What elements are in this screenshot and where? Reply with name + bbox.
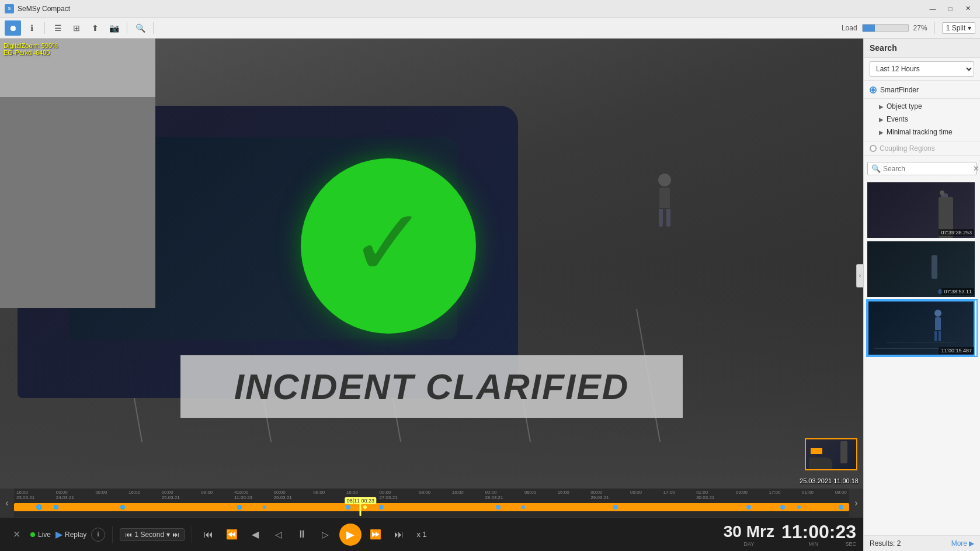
coupling-radio-dot [870, 145, 877, 152]
toolbar-separator4 [934, 22, 935, 34]
arrow-icon2: ▶ [879, 116, 884, 123]
toolbar-export-button[interactable]: ⬆ [87, 20, 103, 36]
zoom-info: DigitalZoom: 590% EG-Parkd -6400 [4, 42, 58, 56]
results-footer: Results: 2 More ▶ [864, 535, 980, 551]
step-backward2-button[interactable]: ◁ [269, 525, 288, 544]
tree-item-events[interactable]: ▶ Events [875, 113, 974, 126]
step-forward-button[interactable]: ▷ [316, 525, 335, 544]
video-area: ✓ INCIDENT CLARIFIED DigitalZoom: 590% E… [0, 39, 863, 551]
incident-banner: INCIDENT CLARIFIED [180, 355, 683, 418]
min-label: MIN [808, 541, 818, 547]
close-button[interactable]: ✕ [960, 3, 975, 15]
results-list: 07:39:38.253 07:38:53.11 [864, 180, 980, 535]
load-percent: 27% [913, 24, 927, 32]
search-clear-icon[interactable]: ✕ [973, 164, 979, 173]
fast-forward-button[interactable]: ⏩ [366, 525, 385, 544]
toolbar-separator3 [153, 22, 154, 34]
timeline-prev-button[interactable]: ‹ [0, 488, 14, 518]
speed-first-icon: ⏮ [125, 531, 132, 539]
toolbar-info-button[interactable]: ℹ [23, 20, 40, 36]
incident-text: INCIDENT CLARIFIED [216, 366, 648, 407]
checkmark-overlay: ✓ [301, 158, 476, 334]
result-card-3[interactable]: 11:00:15.487 [866, 299, 978, 357]
titlebar: S SeMSy Compact — □ ✕ [0, 0, 980, 18]
video-frame[interactable]: ✓ INCIDENT CLARIFIED DigitalZoom: 590% E… [0, 39, 863, 488]
panel-title: Search [870, 43, 897, 53]
toolbar-separator [44, 22, 45, 34]
toolbar-list-button[interactable]: ☰ [50, 20, 66, 36]
toolbar-search-button[interactable]: 🔍 [132, 20, 148, 36]
result-card-2[interactable]: 07:38:53.11 [866, 240, 978, 298]
arrow-icon: ▶ [879, 103, 884, 110]
live-dot-icon [30, 532, 35, 537]
video-datetime: 25.03.2021 11:00:18 [800, 477, 859, 484]
play-button[interactable]: ▶ [339, 524, 362, 546]
tree-item-object-type[interactable]: ▶ Object type [875, 100, 974, 113]
app-title: SeMSy Compact [18, 5, 70, 13]
more-button[interactable]: More ▶ [951, 539, 974, 547]
coupling-row[interactable]: Coupling Regions [864, 141, 980, 156]
time-hms: 11:00:23 [781, 522, 856, 541]
fast-backward-button[interactable]: ⏪ [223, 525, 241, 544]
control-separator [112, 526, 113, 543]
maximize-button[interactable]: □ [943, 3, 958, 15]
timeline-next-button[interactable]: › [849, 488, 863, 518]
smartfinder-label: SmartFinder [880, 86, 919, 94]
toolbar-home-button[interactable]: ⏺ [5, 20, 21, 36]
result-card-1[interactable]: 07:39:38.253 [866, 181, 978, 239]
info-button[interactable]: ℹ [91, 528, 105, 542]
speed-chevron-icon: ▾ [166, 531, 170, 539]
live-label[interactable]: Live [38, 531, 51, 539]
control-separator2 [192, 526, 192, 543]
toolbar-camera-button[interactable]: 📷 [106, 20, 122, 36]
search-input[interactable] [883, 165, 971, 173]
right-panel: Search Last 12 Hours SmartFinder ▶ Objec… [863, 39, 980, 551]
time-range-section: Last 12 Hours [864, 58, 980, 81]
search-icon: 🔍 [871, 164, 881, 173]
object-type-label: Object type [887, 102, 922, 110]
panel-header: Search [864, 39, 980, 58]
result1-timestamp: 07:39:38.253 [939, 229, 974, 236]
live-indicator: Live [30, 531, 51, 539]
smartfinder-radio-dot [870, 86, 877, 93]
skip-to-end-button[interactable]: ⏭ [390, 525, 408, 544]
minimize-button[interactable]: — [925, 3, 940, 15]
timeline-scroll[interactable]: 16:0023.03.21 00:0024.03.21 08:00 16:00 … [14, 488, 849, 517]
load-label: Load [842, 24, 857, 32]
load-progress-bar [863, 25, 875, 32]
time-col-hms: 11:00:23 MIN SEC [781, 522, 856, 547]
speed-label: 1 Second [134, 531, 164, 539]
time-display: 30 Mrz DAY 11:00:23 MIN SEC [724, 522, 856, 547]
replay-button[interactable]: ▶ Replay [55, 529, 86, 540]
result3-timestamp: 11:00:15.487 [939, 347, 974, 354]
arrow-icon3: ▶ [879, 129, 884, 136]
time-range-select[interactable]: Last 12 Hours [870, 61, 974, 77]
toolbar: ⏺ ℹ ☰ ⊞ ⬆ 📷 🔍 Load 27% 1 Split ▾ [0, 18, 980, 39]
search-box: 🔍 ✕ ▲ ▼ [867, 162, 976, 175]
split-select[interactable]: 1 Split ▾ [942, 22, 975, 34]
main-area: ✓ INCIDENT CLARIFIED DigitalZoom: 590% E… [0, 39, 980, 551]
speed-selector[interactable]: ⏮ 1 Second ▾ ⏭ [120, 528, 185, 541]
split-label: 1 Split [946, 24, 965, 32]
pause-button[interactable]: ⏸ [293, 525, 311, 544]
coupling-label: Coupling Regions [880, 144, 935, 153]
toolbar-grid-button[interactable]: ⊞ [68, 20, 85, 36]
tree-item-minimal-tracking[interactable]: ▶ Minimal tracking time [875, 126, 974, 138]
replay-label: Replay [65, 531, 86, 539]
video-bg: ✓ INCIDENT CLARIFIED DigitalZoom: 590% E… [0, 39, 863, 488]
step-backward-button[interactable]: ◀ [246, 525, 265, 544]
skip-to-start-button[interactable]: ⏮ [199, 525, 218, 544]
timeline-track-main[interactable]: 08|11:00:23 [14, 503, 849, 511]
more-icon: ▶ [969, 539, 974, 547]
smartfinder-radio[interactable]: SmartFinder [870, 83, 974, 97]
replay-icon: ▶ [55, 529, 62, 540]
time-col-day: 30 Mrz DAY [724, 524, 774, 547]
app-icon: S [5, 4, 14, 13]
video-thumbnail-inset[interactable] [805, 438, 857, 470]
panel-collapse-button[interactable]: › [856, 264, 863, 287]
close-stream-button[interactable]: ✕ [7, 525, 26, 544]
timeline-area: ‹ 16:0023.03.21 00:0024.03.21 08:00 16:0… [0, 488, 863, 517]
collapse-icon: › [859, 272, 861, 279]
control-bar: ✕ Live ▶ Replay ℹ ⏮ 1 Second ▾ ⏭ ⏮ ⏪ [0, 517, 863, 551]
sec-label: SEC [845, 541, 856, 547]
